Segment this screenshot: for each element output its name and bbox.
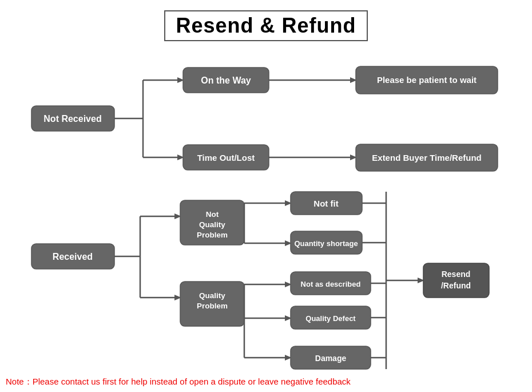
not-as-described-label: Not as described xyxy=(301,280,361,288)
not-received-label: Not Received xyxy=(43,114,101,124)
resend-refund-label: Resend xyxy=(442,270,471,279)
quality-label: Quality xyxy=(199,291,225,300)
note-text: Note：Please contact us first for help in… xyxy=(6,377,526,387)
quality-defect-label: Quality Defect xyxy=(305,314,356,323)
not-quality-label2: Quality xyxy=(199,220,225,229)
quality-label2: Problem xyxy=(197,302,228,310)
resend-refund-label2: /Refund xyxy=(441,281,471,290)
time-out-label: Time Out/Lost xyxy=(197,153,255,163)
not-quality-label: Not xyxy=(206,210,219,219)
svg-rect-49 xyxy=(423,263,489,298)
quantity-shortage-label: Quantity shortage xyxy=(294,239,358,248)
on-the-way-label: On the Way xyxy=(201,76,251,85)
not-fit-label: Not fit xyxy=(313,199,338,208)
extend-buyer-label: Extend Buyer Time/Refund xyxy=(372,153,481,163)
damage-label: Damage xyxy=(315,354,347,363)
please-wait-label: Please be patient to wait xyxy=(377,75,477,85)
received-label: Received xyxy=(53,252,93,262)
diagram: Resend & Refund Not Received On the Way … xyxy=(0,0,532,392)
not-quality-label3: Problem xyxy=(197,231,228,239)
